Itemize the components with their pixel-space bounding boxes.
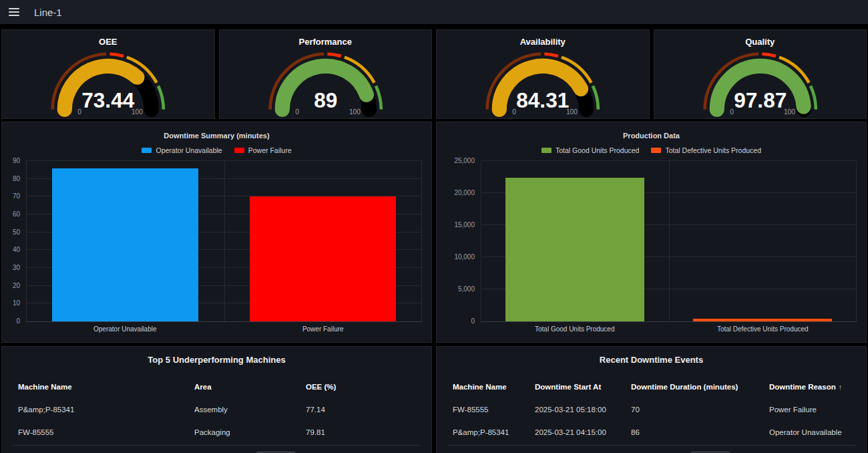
top5-machines-table: Machine Name Area OEE (%) P&amp;P-85341 … [2, 375, 431, 444]
topbar: Line-1 [0, 0, 868, 24]
y-axis-tick-label: 80 [13, 175, 20, 182]
y-axis-tick-label: 0 [16, 317, 20, 325]
legend-item[interactable]: Total Defective Units Produced [651, 146, 761, 154]
column-header[interactable]: Downtime Start At [535, 375, 631, 398]
legend-label: Total Defective Units Produced [665, 146, 761, 154]
availability-gauge: 84.310100 [437, 47, 649, 117]
gauge-value: 89 [314, 88, 337, 112]
dashboard-title: Line-1 [34, 7, 62, 18]
chart-legend: Operator Unavailable Power Failure [2, 146, 431, 154]
downtime-summary-panel: Downtime Summary (minutes) Operator Unav… [1, 122, 432, 343]
top5-machines-panel: Top 5 Underperforming Machines Machine N… [1, 346, 432, 453]
downtime-summary-chart: 0102030405060708090 Operator Unavailable… [2, 161, 422, 342]
legend-item[interactable]: Operator Unavailable [142, 146, 222, 154]
gauge-threshold-ring [593, 86, 598, 109]
table-cell: 79.81 [306, 421, 415, 444]
production-data-chart: 05,00010,00015,00020,00025,000 Total Goo… [437, 161, 857, 342]
quality-gauge-panel: Quality 97.870100 [654, 29, 867, 119]
legend-label: Total Good Units Produced [556, 146, 640, 154]
table-cell: Power Failure [769, 398, 850, 421]
x-axis-category-label: Total Defective Units Produced [669, 325, 857, 333]
table-cell: Packaging [194, 421, 306, 444]
gauge-min-label: 0 [512, 108, 516, 116]
y-axis-tick-label: 10 [13, 299, 20, 307]
gridline [224, 161, 225, 321]
table-cell: FW-85555 [18, 421, 194, 444]
y-axis-tick-label: 15,000 [454, 221, 475, 229]
bar-power-failure[interactable] [250, 196, 396, 321]
gauge-max-label: 100 [132, 108, 143, 116]
gauge-min-label: 0 [295, 108, 299, 116]
gauge-threshold-ring [158, 86, 164, 109]
x-axis: Total Good Units ProducedTotal Defective… [481, 325, 857, 336]
oee-gauge-panel: OEE 73.440100 [1, 29, 215, 119]
x-axis-category-label: Total Good Units Produced [481, 325, 669, 333]
recent-downtime-events-panel: Recent Downtime Events Machine Name Down… [436, 346, 867, 453]
gridline [421, 161, 422, 321]
gauge-max-label: 100 [566, 108, 578, 116]
y-axis-tick-label: 5,000 [458, 285, 475, 293]
bar-total-defective-units-produced[interactable] [693, 319, 832, 321]
gauge-threshold-ring [544, 54, 558, 56]
gauge-value: 73.44 [81, 88, 134, 112]
gauge-threshold-ring [110, 54, 124, 56]
legend-item[interactable]: Total Good Units Produced [541, 146, 640, 154]
legend-item[interactable]: Power Failure [234, 146, 292, 154]
panel-title: Availability [437, 37, 649, 47]
legend-label: Operator Unavailable [156, 146, 222, 154]
table-cell: P&amp;P-85341 [453, 421, 535, 444]
gauge-row: OEE 73.440100 Performance 890100 Availab… [0, 29, 868, 119]
panel-title: Performance [220, 37, 432, 47]
hamburger-menu-icon[interactable] [6, 5, 22, 19]
y-axis-tick-label: 30 [13, 264, 20, 271]
production-data-panel: Production Data Total Good Units Produce… [436, 122, 867, 343]
table-cell: 2025-03-21 05:18:00 [535, 398, 631, 421]
legend-label: Power Failure [248, 146, 292, 154]
column-header[interactable]: Machine Name [453, 375, 535, 398]
table-footer [13, 445, 421, 453]
panel-title: OEE [2, 37, 214, 47]
gauge-threshold-ring [762, 54, 776, 56]
dashboard-grid: OEE 73.440100 Performance 890100 Availab… [0, 24, 868, 453]
bar-operator-unavailable[interactable] [52, 168, 198, 321]
table-cell: P&amp;P-85341 [18, 398, 194, 421]
performance-gauge: 890100 [220, 47, 432, 117]
y-axis-tick-label: 0 [471, 317, 475, 325]
chart-legend: Total Good Units Produced Total Defectiv… [437, 146, 866, 154]
bar-total-good-units-produced[interactable] [505, 178, 644, 321]
column-header[interactable]: Area [194, 375, 306, 398]
performance-gauge-panel: Performance 890100 [219, 29, 433, 119]
y-axis-tick-label: 90 [13, 157, 20, 164]
gauge-value: 97.87 [734, 88, 787, 112]
gauge-threshold-ring [810, 86, 815, 109]
legend-swatch [234, 148, 244, 153]
column-header[interactable]: Downtime Duration (minutes) [631, 375, 769, 398]
column-header[interactable]: Machine Name [18, 375, 194, 398]
x-axis: Operator UnavailablePower Failure [26, 325, 422, 336]
panel-title: Quality [654, 37, 867, 47]
table-cell: 70 [631, 398, 769, 421]
gauge-max-label: 100 [349, 108, 360, 116]
gauge-threshold-ring [375, 86, 381, 109]
column-header-sorted[interactable]: Downtime Reason↑ [769, 375, 850, 398]
table-row: Top 5 Underperforming Machines Machine N… [0, 346, 868, 453]
gridline [669, 161, 670, 321]
panel-title: Downtime Summary (minutes) [2, 132, 431, 140]
legend-swatch [651, 148, 661, 153]
gauge-min-label: 0 [730, 108, 734, 116]
oee-gauge: 73.440100 [2, 47, 214, 117]
gauge-max-label: 100 [783, 108, 795, 116]
panel-title: Production Data [437, 132, 866, 140]
column-header[interactable]: OEE (%) [306, 375, 415, 398]
availability-gauge-panel: Availability 84.310100 [436, 29, 650, 119]
table-cell: 2025-03-21 04:15:00 [535, 421, 631, 444]
panel-title: Top 5 Underperforming Machines [2, 355, 431, 365]
x-axis-category-label: Power Failure [224, 325, 423, 333]
legend-swatch [541, 148, 552, 153]
y-axis-tick-label: 10,000 [454, 253, 475, 261]
chart-row: Downtime Summary (minutes) Operator Unav… [0, 122, 868, 343]
gridline [26, 161, 27, 321]
gauge-value: 84.31 [516, 88, 569, 112]
x-axis-category-label: Operator Unavailable [26, 325, 224, 333]
table-cell: Operator Unavailable [769, 421, 850, 444]
